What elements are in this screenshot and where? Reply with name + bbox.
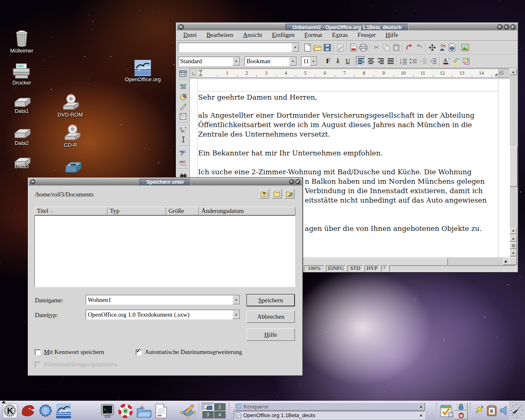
dialog-minimize-button[interactable]: ▼ [289, 179, 294, 184]
menu-item-bearbeiten[interactable]: Bearbeiten [202, 31, 238, 40]
task-arrow-icon[interactable]: ▲ [419, 404, 423, 409]
size-dropdown-arrow[interactable]: ▼ [310, 57, 317, 66]
password-checkbox[interactable] [35, 349, 41, 355]
konsole-launcher[interactable]: >_ [100, 404, 115, 420]
edit-file-icon[interactable] [336, 43, 345, 52]
status-zoom[interactable]: 100% [304, 265, 324, 272]
paste-icon[interactable] [391, 43, 401, 52]
save-document-icon[interactable] [322, 43, 332, 52]
menu-item-extras[interactable]: Extras [327, 31, 353, 40]
document-text-line[interactable]: Ich suche eine 2-Zimmer-Wohnung mit Bad/… [198, 168, 472, 176]
desktop-icon-dvdrom[interactable] [59, 94, 80, 113]
pager-desktop-1[interactable] [202, 403, 214, 411]
pager-desktop-2[interactable]: 2 [214, 403, 226, 411]
scroll-right-button[interactable]: ▶ [503, 258, 509, 265]
paragraph-style-combobox[interactable]: Standard ▼ [178, 57, 240, 66]
clock-applet[interactable] [509, 401, 525, 420]
url-dropdown-arrow[interactable]: ▼ [292, 43, 299, 52]
suse-help-launcher[interactable] [118, 404, 133, 420]
tray-handle[interactable] [469, 403, 471, 419]
redo-icon[interactable] [414, 43, 424, 52]
menu-item-ansicht[interactable]: Ansicht [238, 31, 267, 40]
applet-handle[interactable] [436, 403, 438, 419]
hyperlink-icon[interactable] [447, 43, 457, 52]
font-dropdown-arrow[interactable]: ▼ [289, 57, 297, 66]
desktop-icon-dvdrom-label[interactable]: DVD-ROM [52, 112, 89, 118]
minimize-button[interactable]: ▼ [497, 24, 502, 30]
document-text-line[interactable]: Öffentlichkeitsarbeit werde ich im Augus… [198, 121, 472, 129]
url-combobox[interactable]: ▼ [178, 43, 299, 52]
column-header-type[interactable]: Typ [107, 207, 166, 215]
status-selection-mode[interactable]: STD [347, 265, 363, 272]
draw-functions-icon[interactable] [178, 102, 188, 112]
dialog-close-button[interactable] [295, 179, 300, 184]
filetype-dropdown-arrow[interactable]: ▼ [233, 310, 240, 319]
scroll-up-button[interactable]: ▲ [510, 68, 517, 75]
help-button[interactable]: Hilfe [247, 329, 295, 341]
bold-button[interactable]: F [323, 56, 333, 66]
new-document-icon[interactable] [303, 43, 313, 52]
font-name-value[interactable]: Bookman [245, 57, 289, 66]
close-button[interactable] [510, 24, 516, 30]
menu-item-einfgen[interactable]: Einfügen [267, 31, 299, 40]
maximize-button[interactable]: ▲ [504, 24, 509, 30]
document-text-line[interactable]: eitsstätte nicht unbedingt auf das Auto … [305, 196, 487, 204]
pager-desktop-3[interactable]: 3 [202, 411, 214, 418]
column-header-title[interactable]: Titel▵ [34, 207, 107, 215]
filename-value[interactable]: Wohnen1 [86, 296, 233, 304]
font-color-icon[interactable]: A [441, 56, 451, 66]
document-text-line[interactable]: Verbindung in die Innenstadt existieren,… [305, 187, 483, 195]
align-center-button[interactable] [366, 56, 376, 66]
document-text-line[interactable]: n Balkon haben und im Norden Münchens ge… [305, 177, 485, 185]
pager-desktop-4[interactable]: 4 [214, 411, 226, 418]
up-one-level-button[interactable] [259, 189, 269, 199]
default-directory-button[interactable] [285, 189, 294, 199]
desktop-icon-trash-label[interactable]: Mülleimer [4, 48, 39, 54]
insert-section-icon[interactable] [178, 82, 188, 92]
desktop-icon-data2-label[interactable]: Data2 [4, 140, 39, 146]
filetype-value[interactable]: OpenOffice.org 1.0 Textdokument (.sxw) [86, 310, 233, 319]
paragraph-style-value[interactable]: Standard [178, 57, 233, 66]
navigation-button[interactable] [510, 242, 517, 249]
desktop-icon-openoffice-label[interactable]: OpenOffice.org [121, 76, 164, 82]
insert-table-icon[interactable] [178, 69, 188, 79]
align-justify-button[interactable] [386, 56, 395, 66]
align-left-button[interactable] [356, 56, 366, 66]
underline-button[interactable]: U [343, 56, 353, 66]
spellcheck-icon[interactable]: ABC [178, 148, 188, 158]
applet-handle[interactable] [198, 403, 200, 419]
font-size-value[interactable]: 11 [301, 57, 310, 66]
url-field[interactable] [178, 47, 292, 48]
autoext-checkbox-row[interactable]: ✔ Automatische Dateinamenserweiterung [136, 349, 242, 356]
applet-handle[interactable] [228, 403, 230, 419]
desktop-icon-data1-label[interactable]: Data1 [4, 108, 39, 114]
desktop-icon-floppy-drive[interactable] [62, 159, 82, 177]
horizontal-ruler[interactable]: 123456789101112131415 [198, 68, 509, 78]
save-button[interactable]: Speichern [247, 294, 295, 306]
menu-item-fenster[interactable]: Fenster [353, 31, 381, 40]
klipper-tray-icon[interactable]: K [486, 405, 497, 418]
document-text-line[interactable]: Ein Bekannter hat mir Ihr Unternehmen em… [198, 149, 383, 157]
writer-titlebar[interactable]: Unbenannt2 - OpenOffice.org 1.1Beta_deut… [177, 23, 517, 31]
home-folder-launcher[interactable] [136, 404, 152, 420]
increase-indent-icon[interactable] [428, 56, 438, 66]
filename-combobox[interactable]: Wohnen1 ▼ [86, 295, 240, 305]
print-icon[interactable] [358, 43, 368, 52]
bullet-list-icon[interactable] [409, 56, 418, 66]
autoext-checkbox[interactable]: ✔ [136, 349, 142, 355]
highlighting-icon[interactable] [451, 56, 461, 66]
gallery-icon[interactable] [460, 43, 470, 52]
task-arrow-icon[interactable]: ▲ [419, 413, 423, 417]
style-dropdown-arrow[interactable]: ▼ [233, 57, 240, 66]
scroll-down-button[interactable]: ▼ [510, 228, 517, 234]
organizer-applet[interactable] [440, 404, 454, 419]
draw-app-launcher[interactable] [180, 404, 196, 420]
desktop-icon-printer-label[interactable]: Drucker [4, 80, 39, 86]
autopilot-icon[interactable]: ? [437, 43, 447, 52]
k-menu-button[interactable]: K [2, 403, 18, 420]
menu-item-hilfe[interactable]: Hilfe [381, 31, 403, 40]
insert-form-icon[interactable] [178, 112, 188, 121]
background-color-icon[interactable] [461, 56, 471, 66]
desktop-icon-openoffice[interactable] [135, 60, 151, 78]
previous-page-button[interactable]: ▲ [510, 235, 517, 242]
